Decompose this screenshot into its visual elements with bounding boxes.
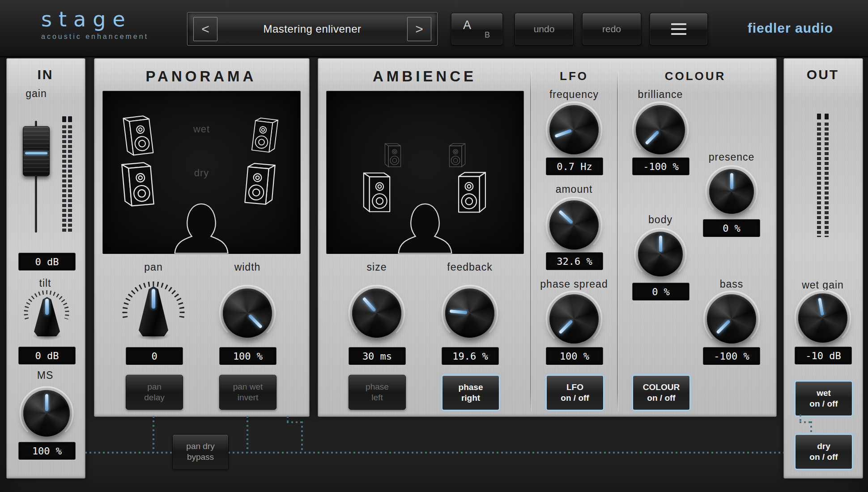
amount-knob[interactable]	[549, 200, 599, 250]
colour-divider	[617, 72, 618, 411]
preset-selector: < Mastering enlivener >	[187, 12, 438, 46]
pan-wet-invert-button[interactable]: pan wet invert	[219, 375, 277, 410]
lfo-onoff-button[interactable]: LFO on / off	[546, 375, 604, 411]
brilliance-knob-pointer	[645, 130, 660, 145]
in-meter-right	[68, 125, 72, 233]
preset-prev-button[interactable]: <	[193, 17, 217, 41]
pan-delay-button[interactable]: pan delay	[126, 375, 183, 410]
panorama-display: wet dry	[102, 91, 301, 254]
width-label: width	[221, 261, 274, 273]
signal-path-out-stub-2	[810, 421, 812, 435]
pan-value: 0	[126, 347, 183, 365]
phase-right-button[interactable]: phase right	[442, 375, 500, 411]
preset-next-button[interactable]: >	[407, 17, 431, 41]
width-knob-pointer	[248, 314, 263, 328]
header-bar: stage acoustic enhancement < Mastering e…	[0, 0, 868, 57]
frequency-value: 0.7 Hz	[546, 157, 603, 175]
phase-right-label-1: phase	[459, 383, 483, 392]
ab-compare-button[interactable]: A B	[451, 13, 503, 45]
width-value: 100 %	[219, 347, 277, 365]
panorama-title: PANORAMA	[102, 68, 300, 85]
feedback-knob-pointer	[450, 310, 468, 314]
speaker-icon	[118, 111, 158, 160]
frequency-knob-pointer	[554, 129, 572, 138]
ambience-title: AMBIENCE	[326, 68, 523, 85]
body-knob[interactable]	[638, 232, 683, 276]
colour-title: COLOUR	[646, 69, 745, 83]
tilt-label: tilt	[10, 277, 80, 289]
feedback-knob[interactable]	[445, 288, 494, 338]
ms-value: 100 %	[18, 442, 76, 460]
signal-path-ambience-step	[287, 421, 303, 423]
wet-onoff-label-2: on / off	[809, 399, 838, 409]
frequency-label: frequency	[534, 89, 614, 101]
lfo-title: LFO	[538, 69, 610, 83]
in-clip-indicator-left	[62, 116, 66, 122]
phase-spread-knob-pointer	[559, 319, 574, 334]
lfo-onoff-label-2: on / off	[561, 394, 589, 403]
pan-delay-label-1: pan	[147, 382, 162, 392]
width-knob[interactable]	[223, 288, 272, 338]
app-title: stage	[41, 7, 149, 31]
dry-onoff-label-2: on / off	[809, 453, 838, 462]
phase-left-button[interactable]: phase left	[349, 375, 406, 410]
brilliance-knob[interactable]	[636, 105, 685, 154]
fader-position-line	[25, 152, 47, 154]
pan-dry-bypass-label-2: bypass	[187, 453, 214, 462]
listener-head-icon	[396, 200, 454, 254]
in-meter-left	[62, 125, 66, 233]
ms-knob-pointer	[45, 394, 48, 411]
speaker-icon	[115, 158, 160, 210]
preset-name[interactable]: Mastering enlivener	[219, 13, 406, 45]
pan-knob[interactable]	[139, 286, 168, 336]
bass-knob[interactable]	[707, 294, 756, 344]
dry-onoff-button[interactable]: dry on / off	[795, 434, 853, 470]
wet-gain-knob[interactable]	[798, 293, 847, 343]
feedback-value: 19.6 %	[442, 347, 499, 365]
signal-path-width-stub	[247, 416, 248, 453]
brilliance-value: -100 %	[632, 157, 689, 175]
amount-knob-pointer	[558, 210, 574, 225]
frequency-knob[interactable]	[549, 105, 599, 154]
signal-path-ambience-stub-2	[301, 421, 303, 453]
bass-knob-pointer	[716, 319, 731, 334]
wet-onoff-label-1: wet	[817, 389, 831, 398]
undo-button[interactable]: undo	[515, 13, 574, 45]
wet-onoff-button[interactable]: wet on / off	[795, 381, 853, 416]
menu-button[interactable]	[650, 13, 708, 45]
colour-onoff-label-2: on / off	[647, 394, 675, 403]
presence-knob[interactable]	[709, 169, 754, 214]
out-clip-indicator-right	[825, 114, 829, 119]
lfo-divider	[530, 72, 531, 411]
gain-fader[interactable]	[23, 126, 50, 176]
ms-knob[interactable]	[23, 390, 70, 437]
listener-head-icon	[172, 200, 230, 254]
app-tagline: acoustic enhancement	[41, 33, 149, 41]
in-clip-indicator-right	[68, 116, 72, 122]
ambience-display	[326, 91, 524, 254]
dry-onoff-label-1: dry	[817, 442, 830, 451]
presence-value: 0 %	[703, 219, 760, 237]
hamburger-menu-icon	[671, 23, 686, 35]
phase-right-label-2: right	[461, 394, 480, 403]
tilt-knob-pointer	[45, 299, 49, 314]
body-label: body	[625, 214, 696, 226]
out-meter-right	[825, 123, 829, 237]
wet-gain-knob-pointer	[818, 298, 824, 316]
phase-spread-knob[interactable]	[549, 294, 599, 344]
body-knob-pointer	[659, 236, 662, 252]
size-knob[interactable]	[352, 288, 401, 338]
colour-onoff-button[interactable]: COLOUR on / off	[632, 375, 690, 411]
size-value: 30 ms	[349, 347, 406, 365]
redo-button[interactable]: redo	[582, 13, 641, 45]
tilt-knob[interactable]	[34, 297, 60, 336]
pan-delay-label-2: delay	[144, 393, 164, 403]
ab-b-label: B	[485, 30, 490, 40]
speaker-icon	[247, 112, 282, 158]
phase-left-label-2: left	[371, 393, 383, 403]
pan-dry-bypass-button[interactable]: pan dry bypass	[172, 434, 229, 470]
plugin-window: stage acoustic enhancement < Mastering e…	[0, 0, 868, 492]
app-logo: stage acoustic enhancement	[41, 7, 149, 41]
speaker-icon	[454, 167, 490, 217]
pan-wet-invert-label-2: invert	[238, 393, 258, 403]
